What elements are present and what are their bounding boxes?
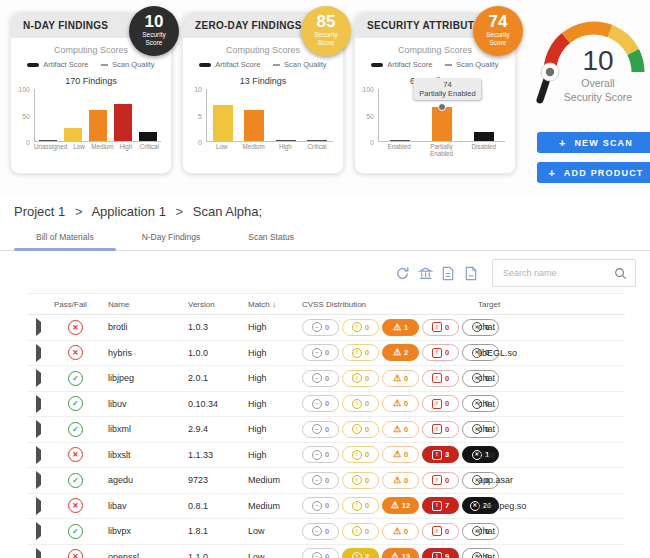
name-cell: libvpx — [108, 526, 188, 536]
chart-legend: Artifact Score Scan Quality — [11, 55, 171, 69]
legend-label: Artifact Score — [215, 60, 260, 69]
table-row[interactable]: ✓ libvpx 1.8.1 Low −0!0⚠0!0✕0 chat — [28, 519, 625, 545]
cvss-badge-medium: ⚠0 — [382, 370, 419, 387]
search-input[interactable] — [501, 267, 614, 279]
x-axis: UnassignedLowMediumHighCritical — [34, 144, 161, 151]
expand-arrow-icon[interactable] — [36, 497, 41, 515]
col-name[interactable]: Name — [108, 300, 188, 309]
cvss-count: 0 — [445, 399, 449, 408]
minus-circle-icon: − — [312, 399, 322, 409]
warning-triangle-icon: ⚠ — [393, 374, 401, 383]
bar-disabled[interactable] — [474, 132, 494, 141]
expand-arrow-icon[interactable] — [36, 548, 41, 558]
breadcrumb-scan[interactable]: Scan Alpha; — [193, 204, 262, 219]
expand-arrow-icon[interactable] — [36, 369, 41, 387]
bar-high[interactable] — [114, 104, 132, 141]
breadcrumb-application[interactable]: Application 1 — [91, 204, 165, 219]
tab-scan-status[interactable]: Scan Status — [224, 226, 318, 250]
expand-arrow-icon[interactable] — [36, 471, 41, 489]
table-row[interactable]: ✕ brotli 1.0.3 High −0!0⚠1!0✕0 chat — [28, 315, 625, 341]
legend-artifact-score: Artifact Score — [199, 60, 260, 69]
cvss-distribution: −0!0⚠2!0✕0 — [302, 344, 478, 361]
search-icon[interactable] — [614, 267, 627, 280]
card-zeroday-findings: 85 Security Score ZERO-DAY FINDINGS Comp… — [182, 12, 344, 174]
bar-high[interactable] — [276, 140, 296, 141]
bar-slot — [302, 89, 334, 141]
pass-fail-icon: ✓ — [68, 396, 83, 411]
overall-score-gauge: 10 Overall Security Score + NEW SCAN + A… — [526, 12, 650, 192]
bar-critical[interactable] — [139, 132, 157, 141]
cvss-badge-medium: ⚠13 — [382, 548, 419, 558]
version-cell: 1.1.0 — [188, 552, 248, 558]
exclamation-circle-icon: ! — [352, 475, 362, 485]
table-row[interactable]: ✓ libjpeg 2.0.1 High −0!0⚠0!0✕0 chat — [28, 366, 625, 392]
cvss-count: 0 — [325, 476, 329, 485]
bar-medium[interactable] — [244, 110, 264, 141]
name-cell: libxslt — [108, 450, 188, 460]
pass-fail-cell: ✕ — [54, 447, 108, 462]
bar-low[interactable] — [213, 105, 233, 141]
cvss-badge-high: !9 — [422, 548, 459, 558]
artifact-score-swatch-icon — [371, 63, 383, 67]
bar-slot — [239, 89, 271, 141]
cvss-count: 0 — [404, 374, 408, 383]
bar-enabled[interactable] — [390, 140, 410, 141]
table-row[interactable]: ✓ libuv 0.10.34 High −0!0⚠0!0✕0 chat — [28, 392, 625, 418]
add-product-button[interactable]: + ADD PRODUCT — [537, 162, 650, 183]
expand-arrow-icon[interactable] — [36, 395, 41, 413]
x-tick-label: Disabled — [463, 144, 505, 158]
col-cvss-distribution[interactable]: CVSS Distribution — [302, 300, 478, 309]
chart-tooltip: 74Partially Enabled — [413, 78, 481, 100]
cvss-distribution: −0!0⚠1!0✕0 — [302, 319, 478, 336]
table-row[interactable]: ✕ hybris 1.0.0 High −0!0⚠2!0✕0 libEGL.so — [28, 341, 625, 367]
cvss-distribution: −0!0⚠0!0✕0 — [302, 472, 478, 489]
col-match[interactable]: Match ↓ — [248, 300, 302, 309]
name-cell: libav — [108, 501, 188, 511]
artifact-score-swatch-icon — [27, 63, 39, 67]
col-target[interactable]: Target — [478, 300, 625, 309]
col-pass-fail[interactable]: Pass/Fail — [54, 300, 108, 309]
x-axis: EnabledPartially EnabledDisabled — [378, 144, 505, 158]
breadcrumb-project[interactable]: Project 1 — [14, 204, 65, 219]
bar-slot — [136, 89, 161, 141]
bar-low[interactable] — [64, 128, 82, 141]
target-cell: libffmpeg.so — [478, 501, 625, 511]
minus-circle-icon: − — [312, 450, 322, 460]
table-row[interactable]: ✕ libxslt 1.1.33 High −0!0⚠0!3✕1 chat — [28, 443, 625, 469]
expand-arrow-icon[interactable] — [36, 318, 41, 336]
warning-triangle-icon: ⚠ — [393, 527, 401, 536]
export-pdf-icon[interactable] — [463, 265, 479, 281]
bar-partially-enabled[interactable] — [432, 107, 452, 141]
cvss-count: 0 — [365, 476, 369, 485]
expand-arrow-icon[interactable] — [36, 344, 41, 362]
tab-bill-of-materials[interactable]: Bill of Materials — [12, 226, 118, 250]
table-row[interactable]: ✓ agedu 9723 Medium −0!0⚠0!0✕0 app.asar — [28, 468, 625, 494]
table-row[interactable]: ✓ libxml 2.9.4 High −0!0⚠0!0✕0 chat — [28, 417, 625, 443]
cvss-distribution: −0!0⚠12!7✕26 — [302, 497, 478, 514]
pass-fail-icon: ✕ — [68, 447, 83, 462]
col-version[interactable]: Version — [188, 300, 248, 309]
table-row[interactable]: ✕ libav 0.8.1 Medium −0!0⚠12!7✕26 libffm… — [28, 494, 625, 520]
bank-icon[interactable] — [417, 265, 433, 281]
new-scan-button[interactable]: + NEW SCAN — [537, 132, 650, 153]
sync-icon[interactable] — [394, 265, 410, 281]
action-buttons: + NEW SCAN + ADD PRODUCT — [526, 132, 650, 183]
y-tick-label: 50 — [366, 112, 374, 119]
pass-fail-cell: ✕ — [54, 320, 108, 335]
expand-arrow-icon[interactable] — [36, 522, 41, 540]
name-cell: libjpeg — [108, 373, 188, 383]
add-product-label: ADD PRODUCT — [564, 168, 644, 178]
minus-circle-icon: − — [312, 348, 322, 358]
expand-arrow-icon[interactable] — [36, 420, 41, 438]
cvss-badge-low: !0 — [342, 421, 379, 438]
cvss-count: 0 — [325, 425, 329, 434]
export-csv-icon[interactable] — [440, 265, 456, 281]
expand-arrow-icon[interactable] — [36, 446, 41, 464]
bar-medium[interactable] — [89, 110, 107, 141]
exclamation-circle-icon: ! — [352, 373, 362, 383]
bar-unassigned[interactable] — [39, 140, 57, 141]
cvss-count: 0 — [365, 501, 369, 510]
bar-critical[interactable] — [307, 140, 327, 141]
tab-nday-findings[interactable]: N-Day Findings — [118, 226, 225, 250]
table-row[interactable]: ✕ openssl 1.1.0 Low −0!2⚠13!9✕0 chat — [28, 545, 625, 558]
